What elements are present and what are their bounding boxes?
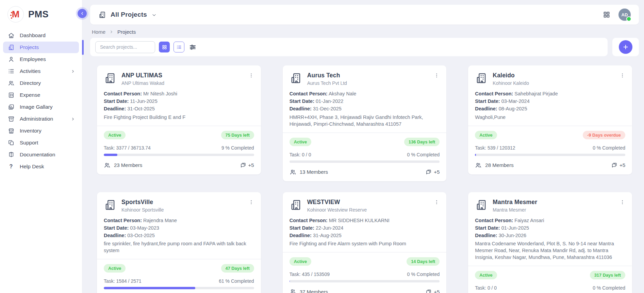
- building-icon: [290, 72, 302, 84]
- start-date-row: Start Date: 03-Mar-2024: [475, 98, 625, 105]
- comments-button[interactable]: +5: [240, 162, 254, 168]
- sidebar-item-dashboard[interactable]: Dashboard: [3, 30, 79, 41]
- book-icon: [7, 151, 15, 158]
- search-input[interactable]: [95, 41, 155, 53]
- sidebar-item-expense[interactable]: Expense: [3, 89, 79, 101]
- building-icon: [104, 72, 116, 84]
- members-icon: [290, 169, 296, 175]
- task-count: Task: 435 / 153509: [290, 272, 330, 277]
- sidebar-item-employees[interactable]: Employees: [3, 53, 79, 65]
- top-header: All Projects AD: [90, 5, 639, 25]
- sidebar-collapse-button[interactable]: [78, 9, 87, 18]
- card-menu-button[interactable]: [617, 198, 627, 207]
- comments-button[interactable]: +5: [425, 289, 440, 293]
- progress-fill: [104, 287, 195, 289]
- completed-percent: 0 % Completed: [407, 152, 440, 157]
- project-description: fire sprinkler, fire hydrant,fire pump r…: [104, 240, 253, 254]
- comments-button[interactable]: +5: [425, 169, 440, 175]
- chevron-down-icon[interactable]: [151, 12, 157, 18]
- sidebar-item-label: Administration: [20, 116, 53, 122]
- sidebar-item-administration[interactable]: Administration: [3, 113, 79, 125]
- plus-icon: [622, 44, 629, 50]
- progress-bar: [475, 154, 625, 156]
- project-description: HMRR+4XH, Phase 3, Hinjawadi Rajiv Gandh…: [290, 114, 439, 127]
- sidebar-item-label: Activities: [20, 68, 40, 74]
- progress-fill: [290, 280, 290, 282]
- completed-percent: 0 % Completed: [593, 145, 625, 151]
- project-subtitle: Mantra Mesmer: [493, 207, 537, 213]
- sidebar-item-label: Image Gallary: [20, 104, 52, 110]
- sidebar-item-image-gallary[interactable]: Image Gallary: [3, 101, 79, 113]
- sidebar-item-documentation[interactable]: Documentation: [3, 149, 79, 160]
- start-date-row: Start Date: 01-Jan-2022: [290, 98, 439, 105]
- apps-grid-icon[interactable]: [603, 11, 610, 18]
- progress-bar: [104, 287, 254, 289]
- project-description: Fire Fighting Project Building E and F: [104, 114, 253, 121]
- grid-view-button[interactable]: [159, 42, 170, 52]
- list-icon: [7, 68, 15, 75]
- sidebar-item-label: Employees: [20, 56, 46, 62]
- deadline-row: Deadline: 03-Oct-2025: [104, 233, 253, 239]
- list-view-button[interactable]: [174, 42, 184, 52]
- deadline-row: Deadline: 31-Oct-2025: [104, 106, 253, 112]
- image-icon: [7, 104, 15, 111]
- project-card-mantra-mesmer[interactable]: Mantra Mesmer Mantra Mesmer Contact Pers…: [468, 192, 632, 293]
- project-card-anp-ultimas[interactable]: ANP ULTIMAS ANP Ultimas Wakad Contact Pe…: [97, 65, 261, 174]
- project-card-westview[interactable]: WESTVIEW Kohinoor Westview Reserve Conta…: [283, 192, 447, 293]
- sidebar-item-label: Support: [20, 140, 38, 146]
- chat-icon: [425, 289, 432, 293]
- project-card-sportsville[interactable]: SportsVille Kohinoor Sportsville Contact…: [97, 192, 261, 293]
- days-badge: 75 Days left: [221, 131, 254, 139]
- chevron-right-icon: [109, 30, 114, 34]
- card-menu-button[interactable]: [246, 72, 256, 80]
- toolbar-row: [90, 38, 639, 56]
- contact-person-row: Contact Person: Mr Nitesh Joshi: [104, 91, 253, 97]
- sidebar-item-label: Projects: [20, 44, 39, 50]
- chat-icon: [611, 162, 617, 168]
- comments-button[interactable]: +5: [611, 162, 625, 168]
- sidebar-item-directory[interactable]: Directory: [3, 77, 79, 89]
- days-badge: 136 Days left: [404, 138, 440, 146]
- deadline-row: Deadline: 30-Jun-2026: [475, 233, 625, 239]
- contact-person-row: Contact Person: Sahebhajrat Pirjade: [475, 91, 625, 97]
- main-content: All Projects AD Home Projects: [82, 0, 644, 293]
- sidebar-item-help-desk[interactable]: ? Help Desk: [3, 161, 79, 172]
- card-menu-button[interactable]: [432, 198, 442, 207]
- home-icon: [7, 32, 15, 39]
- app-logo-icon: M: [7, 6, 24, 22]
- days-badge: 14 Days left: [407, 257, 440, 266]
- members-icon: [104, 162, 111, 169]
- progress-fill: [475, 154, 476, 156]
- project-card-kaleido[interactable]: Kaleido Kohinoor Kaleido Contact Person:…: [468, 65, 632, 174]
- sidebar-item-support[interactable]: Support: [3, 137, 79, 149]
- contact-person-row: Contact Person: Rajendra Mane: [104, 218, 253, 224]
- status-badge: Active: [475, 271, 497, 279]
- project-title: Kaleido: [493, 72, 529, 79]
- members-count: 13 Members: [290, 169, 328, 175]
- question-icon: ?: [7, 163, 15, 170]
- breadcrumb-home[interactable]: Home: [92, 29, 105, 35]
- card-menu-button[interactable]: [432, 72, 442, 80]
- days-badge: -9 Days overdue: [583, 131, 625, 139]
- sidebar-item-projects[interactable]: Projects: [3, 42, 79, 53]
- project-card-aurus-tech[interactable]: Aurus Tech Aurus Tech Pvt Ltd Contact Pe…: [283, 65, 447, 181]
- progress-bar: [104, 154, 254, 156]
- days-badge: 47 Days left: [221, 264, 254, 273]
- breadcrumb-current: Projects: [117, 29, 136, 35]
- days-badge: 317 Days left: [590, 271, 625, 279]
- sidebar-item-activities[interactable]: Activities: [3, 65, 79, 77]
- filter-sliders-icon[interactable]: [189, 43, 197, 51]
- sidebar-item-inventory[interactable]: Inventory: [3, 125, 79, 137]
- deadline-row: Deadline: 31-Dec-2025: [290, 106, 439, 112]
- status-badge: Active: [290, 138, 311, 146]
- project-description: Fire Fighting and Fire Alarm system with…: [290, 240, 439, 247]
- user-avatar[interactable]: AD: [618, 9, 631, 21]
- task-count: Task: 3377 / 36713.74: [104, 145, 151, 151]
- progress-fill: [104, 154, 117, 156]
- sidebar-item-label: Help Desk: [20, 164, 44, 170]
- project-title: SportsVille: [121, 199, 164, 206]
- add-project-button[interactable]: [619, 40, 632, 54]
- card-menu-button[interactable]: [617, 72, 627, 80]
- card-menu-button[interactable]: [246, 198, 256, 207]
- app-logo: M PMS: [0, 0, 82, 28]
